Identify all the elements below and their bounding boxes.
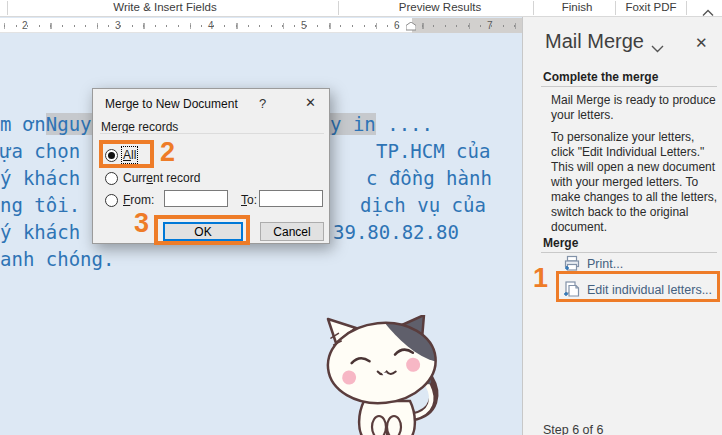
group-divider (100, 133, 324, 134)
ribbon-group-finish: Finish (540, 1, 614, 13)
section-divider (541, 86, 717, 87)
radio-from-label[interactable]: From: (123, 193, 154, 207)
horizontal-ruler: 2 3 4 5 6 7 (0, 18, 522, 33)
print-link-row[interactable]: Print... (563, 255, 623, 272)
close-pane-icon[interactable]: ✕ (693, 32, 710, 54)
document-text-line: y in .... (330, 114, 433, 135)
wizard-step-label: Step 6 of 6 (543, 423, 603, 435)
ruler-number: 4 (208, 20, 214, 31)
radio-current-record-label[interactable]: Current record (123, 171, 200, 185)
merge-records-group-label: Merge records (101, 120, 178, 134)
radio-current-record[interactable] (105, 172, 118, 185)
annotation-number-3: 3 (134, 208, 149, 239)
mail-merge-pane: Mail Merge ✕ Complete the merge Mail Mer… (522, 17, 722, 435)
ribbon-group-preview-results: Preview Results (370, 1, 510, 13)
ruler-number: 3 (115, 20, 121, 31)
section-title-merge: Merge (543, 236, 578, 250)
cat-illustration (300, 315, 465, 435)
chevron-down-icon[interactable] (651, 39, 664, 57)
from-input[interactable] (164, 190, 228, 207)
section-divider (541, 252, 717, 253)
ribbon-separator (686, 1, 687, 15)
ruler-number: 2 (22, 20, 28, 31)
print-icon (563, 255, 580, 272)
pane-title: Mail Merge (545, 30, 644, 53)
annotation-box-all-radio (99, 140, 154, 168)
dialog-title: Merge to New Document (105, 97, 238, 111)
radio-from[interactable] (105, 194, 118, 207)
annotation-box-edit-individual-letters (556, 271, 720, 302)
print-link-label: Print... (587, 257, 623, 271)
pane-paragraph: Mail Merge is ready to produce your lett… (551, 93, 721, 123)
ruler-number: 5 (301, 20, 307, 31)
cancel-button[interactable]: Cancel (260, 222, 324, 241)
ruler-half-ticks (4, 23, 516, 29)
pane-paragraph: To personalize your letters, click "Edit… (551, 130, 721, 235)
indent-marker-icon[interactable] (406, 22, 416, 31)
document-text-line: anh chóng. (0, 249, 114, 270)
to-label: To: (241, 193, 257, 207)
section-title-complete-the-merge: Complete the merge (543, 70, 658, 84)
document-text-line: c đồng hành (366, 168, 492, 189)
document-text-line: TP.HCM của (376, 141, 490, 162)
document-text-line: m ơnNguyễ (0, 114, 103, 135)
document-text-line: dịch vụ của (360, 195, 486, 216)
ribbon-bar: Write & Insert Fields Preview Results Fi… (0, 0, 722, 17)
annotation-number-1: 1 (533, 263, 548, 294)
ribbon-separator (533, 1, 534, 15)
document-text-line: 39.80.82.80 (333, 222, 459, 243)
collapse-ribbon-icon[interactable] (702, 3, 714, 21)
close-icon[interactable]: ✕ (301, 95, 320, 110)
help-icon[interactable]: ? (259, 96, 266, 111)
ribbon-group-foxit-pdf: Foxit PDF (614, 1, 688, 13)
annotation-box-ok-button (154, 215, 250, 245)
annotation-number-2: 2 (160, 137, 175, 168)
to-input[interactable] (259, 190, 323, 207)
ribbon-group-write-insert-fields: Write & Insert Fields (90, 1, 240, 13)
ribbon-separator (7, 1, 8, 15)
merge-field-highlight: y in (330, 113, 376, 135)
ribbon-separator (338, 1, 339, 15)
ruler-number: 7 (487, 20, 493, 31)
ruler-number: 6 (394, 20, 400, 31)
